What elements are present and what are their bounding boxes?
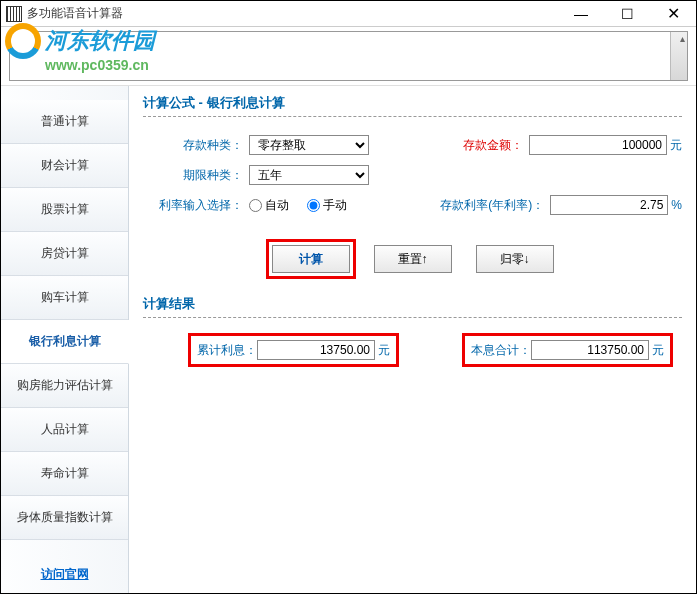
rate-suffix: % — [671, 198, 682, 212]
amount-suffix: 元 — [670, 137, 682, 154]
amount-label: 存款金额： — [463, 137, 523, 154]
interest-suffix: 元 — [378, 342, 390, 359]
sidebar-footer: 访问官网 — [1, 552, 128, 594]
rate-mode-label: 利率输入选择： — [143, 197, 243, 214]
sidebar-item-bank-interest[interactable]: 银行利息计算 — [1, 320, 129, 364]
formula-title: 计算公式 - 银行利息计算 — [143, 94, 682, 117]
content-panel: 计算公式 - 银行利息计算 存款种类： 零存整取 存款金额： 元 期限种类： 五… — [129, 86, 696, 594]
interest-result-group: 累计利息： 元 — [191, 336, 396, 364]
titlebar: 多功能语音计算器 — ☐ ✕ — [1, 1, 696, 27]
sidebar-item-bmi[interactable]: 身体质量指数计算 — [1, 496, 128, 540]
scrollbar-up-icon[interactable]: ▴ — [680, 33, 685, 44]
rate-label: 存款利率(年利率)： — [440, 197, 544, 214]
display-area: ▴ — [9, 31, 688, 81]
deposit-type-label: 存款种类： — [143, 137, 243, 154]
sidebar-item-mortgage[interactable]: 房贷计算 — [1, 232, 128, 276]
minimize-button[interactable]: — — [558, 1, 604, 27]
sidebar-item-normal[interactable]: 普通计算 — [1, 100, 128, 144]
sidebar-item-life[interactable]: 寿命计算 — [1, 452, 128, 496]
rate-mode-auto-radio[interactable]: 自动 — [249, 197, 289, 214]
sidebar: 普通计算 财会计算 股票计算 房贷计算 购车计算 银行利息计算 购房能力评估计算… — [1, 86, 129, 594]
zero-button[interactable]: 归零↓ — [476, 245, 554, 273]
sidebar-item-character[interactable]: 人品计算 — [1, 408, 128, 452]
total-result-group: 本息合计： 元 — [465, 336, 670, 364]
sidebar-item-stock[interactable]: 股票计算 — [1, 188, 128, 232]
sidebar-item-car[interactable]: 购车计算 — [1, 276, 128, 320]
total-suffix: 元 — [652, 342, 664, 359]
amount-input[interactable] — [529, 135, 667, 155]
reset-button[interactable]: 重置↑ — [374, 245, 452, 273]
calculate-button[interactable]: 计算 — [272, 245, 350, 273]
rate-mode-manual-radio[interactable]: 手动 — [307, 197, 347, 214]
total-output — [531, 340, 649, 360]
official-site-link[interactable]: 访问官网 — [41, 567, 89, 581]
maximize-button[interactable]: ☐ — [604, 1, 650, 27]
sidebar-item-housing-ability[interactable]: 购房能力评估计算 — [1, 364, 128, 408]
close-button[interactable]: ✕ — [650, 1, 696, 27]
period-select[interactable]: 五年 — [249, 165, 369, 185]
interest-output — [257, 340, 375, 360]
deposit-type-select[interactable]: 零存整取 — [249, 135, 369, 155]
window-title: 多功能语音计算器 — [27, 5, 558, 22]
total-label: 本息合计： — [471, 342, 531, 359]
sidebar-item-accounting[interactable]: 财会计算 — [1, 144, 128, 188]
rate-input[interactable] — [550, 195, 668, 215]
period-label: 期限种类： — [143, 167, 243, 184]
interest-label: 累计利息： — [197, 342, 257, 359]
app-icon — [6, 6, 22, 22]
result-title: 计算结果 — [143, 295, 682, 318]
